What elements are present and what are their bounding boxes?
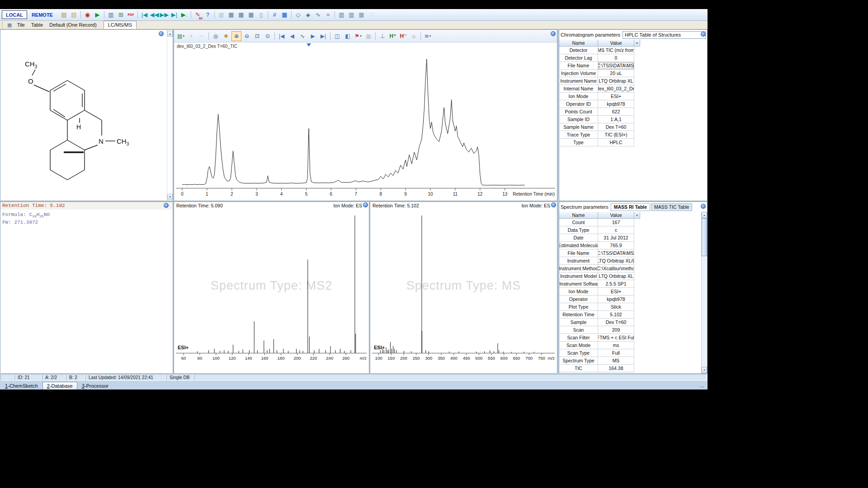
module-tab--processor[interactable]: 3-Processor: [78, 382, 113, 389]
table-row[interactable]: Points Count622: [559, 108, 640, 116]
table-row[interactable]: Spectrum TypeMS: [559, 357, 640, 365]
param-name[interactable]: Sample ID: [559, 116, 598, 123]
param-value[interactable]: FTMS + c ESI Full: [598, 334, 634, 342]
table-row[interactable]: Instrument MethodC:\Xcalibur\metho: [559, 265, 640, 272]
param-value[interactable]: 765.9: [598, 242, 634, 249]
param-value[interactable]: C:\TSS\DATA\MS\: [598, 62, 634, 70]
param-value[interactable]: kpqb978: [598, 296, 634, 303]
filter-icon[interactable]: ▼: [634, 212, 640, 219]
overflow-dots[interactable]: ...: [700, 383, 704, 388]
param-name[interactable]: Operator ID: [559, 100, 598, 108]
param-name[interactable]: Date: [559, 234, 598, 242]
panel-link-icon[interactable]: [551, 202, 556, 207]
table-row[interactable]: Scan Modems: [559, 342, 640, 349]
save-database-icon[interactable]: ▤: [69, 10, 79, 19]
param-name[interactable]: Injection Volume: [559, 70, 598, 77]
table-row[interactable]: Ion ModeESI+: [559, 288, 640, 296]
scroll-down-icon[interactable]: ▼: [702, 367, 707, 373]
param-value[interactable]: Dex T=60: [598, 319, 634, 326]
table-row[interactable]: Injection Volume20 uL: [559, 70, 640, 77]
filter-icon[interactable]: ▼: [634, 40, 640, 47]
param-value[interactable]: TIC (ESI+): [598, 131, 634, 139]
param-value[interactable]: LTQ Orbitrap XL: [598, 77, 634, 85]
column-header-name[interactable]: Name: [559, 212, 598, 219]
param-value[interactable]: 31 Jul 2012: [598, 234, 634, 242]
db-append-icon[interactable]: ▦: [226, 10, 236, 19]
param-name[interactable]: Instrument Name: [559, 77, 598, 85]
table-row[interactable]: TypeHPLC: [559, 139, 640, 146]
param-name[interactable]: File Name: [559, 62, 598, 70]
param-value[interactable]: LTQ Orbitrap XL: [598, 272, 634, 280]
param-value[interactable]: c: [598, 226, 634, 234]
scroll-down-icon[interactable]: ▼: [167, 194, 173, 200]
param-name[interactable]: Spectrum Type: [559, 357, 598, 365]
param-name[interactable]: Count: [559, 219, 598, 226]
baseline-icon[interactable]: ∿: [297, 31, 307, 41]
first-peak-icon[interactable]: |◀: [277, 31, 287, 41]
scroll-up-icon[interactable]: ▲: [702, 212, 707, 218]
db-search-icon[interactable]: ▦: [236, 10, 246, 19]
print-table-icon[interactable]: ⊞: [116, 10, 126, 19]
param-name[interactable]: File Name: [559, 249, 598, 257]
spectrum-table-icon[interactable]: ◧: [343, 31, 353, 41]
panel-link-icon[interactable]: [164, 203, 169, 208]
zoom-reset-icon[interactable]: ⊙: [263, 31, 273, 41]
param-value[interactable]: 0: [598, 54, 634, 62]
param-value[interactable]: C:\TSS\DATA\MS\: [598, 249, 634, 257]
column-header-value[interactable]: Value: [598, 40, 634, 47]
param-name[interactable]: Estimated Molecula: [559, 242, 598, 249]
panel-link-icon[interactable]: [551, 31, 556, 36]
param-value[interactable]: LTQ Orbitrap XL/L: [598, 257, 634, 265]
table-scrollbar[interactable]: ▲ ▼: [701, 212, 707, 373]
table-row[interactable]: Internal Namedex_t60_03_2_De: [559, 85, 640, 93]
local-button[interactable]: LOCAL: [2, 10, 27, 19]
peak-label-icon[interactable]: ⊥: [377, 31, 387, 41]
play-record-icon[interactable]: ▶: [93, 10, 102, 19]
pan-icon[interactable]: ❖: [221, 31, 231, 41]
table-selector-dropdown[interactable]: HPLC Table of Structures: [623, 31, 706, 39]
param-name[interactable]: Scan Type: [559, 349, 598, 357]
record-icon[interactable]: ◉: [83, 10, 92, 19]
clipboard-icon[interactable]: ▯: [256, 10, 266, 19]
open-database-icon[interactable]: ▤: [59, 10, 69, 19]
export-pdf-icon[interactable]: PDF: [126, 10, 136, 19]
table-row[interactable]: Date31 Jul 2012: [559, 234, 640, 242]
param-name[interactable]: Instrument Softwa: [559, 280, 598, 288]
param-value[interactable]: kpqb978: [598, 100, 634, 108]
table-row[interactable]: TIC164.38: [559, 365, 640, 372]
table-row[interactable]: Instrument NameLTQ Orbitrap XL: [559, 77, 640, 85]
param-name[interactable]: Retention Time: [559, 311, 598, 319]
param-value[interactable]: Stick: [598, 303, 634, 311]
table-row[interactable]: Sample ID1:A,1: [559, 116, 640, 123]
prev-peak-icon[interactable]: ◀: [287, 31, 297, 41]
panel-link-icon[interactable]: [701, 204, 706, 209]
prev-record-icon[interactable]: ◀◀: [150, 10, 159, 19]
param-value[interactable]: 20 uL: [598, 70, 634, 77]
structure-scrollbar[interactable]: ▲ ▼: [167, 30, 173, 201]
param-name[interactable]: Trace Type: [559, 131, 598, 139]
param-value[interactable]: MS: [598, 357, 634, 365]
protonate-icon[interactable]: H⁺: [388, 31, 398, 41]
db-report-icon[interactable]: ▦: [246, 10, 256, 19]
param-name[interactable]: Points Count: [559, 108, 598, 116]
tab-lcmsms[interactable]: LC/MS/MS: [104, 21, 137, 29]
find-mass-icon[interactable]: ◎: [211, 31, 221, 41]
annotation-icon[interactable]: ⚑▾: [353, 31, 363, 41]
next-record-icon[interactable]: ▶▶: [160, 10, 169, 19]
param-name[interactable]: Scan Mode: [559, 342, 598, 349]
query-search-icon[interactable]: ?: [203, 10, 212, 19]
table-row[interactable]: Count167: [559, 219, 640, 226]
zoom-box-icon[interactable]: ⊡: [252, 31, 262, 41]
param-name[interactable]: Internal Name: [559, 85, 598, 93]
structure-search-icon[interactable]: ◇: [293, 10, 303, 19]
goto-record-icon[interactable]: ▶.: [179, 10, 189, 19]
param-value[interactable]: 164.38: [598, 365, 634, 372]
deprotonate-icon[interactable]: H⁻: [398, 31, 408, 41]
view-item-tile[interactable]: Tile: [14, 22, 28, 28]
next-peak-icon[interactable]: ▶: [308, 31, 318, 41]
param-value[interactable]: ESI+: [598, 288, 634, 296]
table-row[interactable]: Plot TypeStick: [559, 303, 640, 311]
param-name[interactable]: Instrument: [559, 257, 598, 265]
spectrum-options-icon[interactable]: ≋▾: [423, 31, 433, 41]
zoom-in-icon[interactable]: ⊕: [231, 31, 241, 41]
